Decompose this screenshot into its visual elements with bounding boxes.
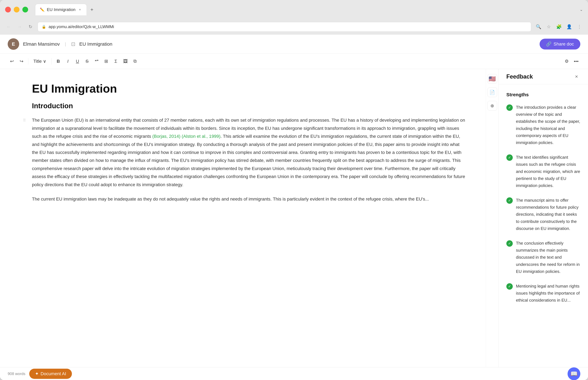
feedback-panel: Feedback × Strengths ✓ The introduction …	[499, 69, 588, 367]
bold-button[interactable]: B	[54, 57, 62, 65]
share-icon: 🔗	[546, 41, 551, 47]
zoom-icon[interactable]: 🔍	[535, 23, 542, 30]
feedback-text-1: The introduction provides a clear overvi…	[516, 104, 580, 146]
forward-button[interactable]: →	[16, 23, 23, 30]
style-selector[interactable]: Title ∨	[31, 57, 49, 65]
document-heading: EU Immigration	[32, 82, 466, 95]
share-label: Share doc	[553, 41, 574, 47]
word-count: 908 words	[8, 372, 25, 376]
feedback-item-5: ✓ Mentioning legal and human rights issu…	[506, 283, 580, 304]
check-icon-4: ✓	[506, 240, 513, 247]
new-tab-button[interactable]: +	[88, 6, 96, 13]
copy-format-button[interactable]: ⧉	[131, 57, 139, 65]
feedback-close-button[interactable]: ×	[573, 73, 580, 80]
doc-icon: ⊡	[71, 41, 75, 47]
header-doc-title: EU Immigration	[79, 41, 112, 47]
refresh-button[interactable]: ↻	[27, 23, 34, 30]
user-name: Elman Mansimov	[23, 41, 60, 47]
focus-tool[interactable]: ⊕	[487, 101, 497, 111]
minimize-traffic-light[interactable]	[14, 7, 20, 12]
style-label: Title	[33, 59, 42, 64]
feedback-item-3: ✓ The manuscript aims to offer recommend…	[506, 197, 580, 232]
check-icon-1: ✓	[506, 104, 513, 111]
title-bar: ✏️ EU Immigration × + ⌄	[0, 0, 588, 19]
editor-area[interactable]: EU Immigration Introduction ⠿ The Europe…	[0, 69, 486, 367]
document-subheading: Introduction	[32, 102, 466, 110]
feedback-text-4: The conclusion effectively summarizes th…	[516, 240, 580, 275]
menu-icon[interactable]: ⋮	[576, 23, 583, 30]
feedback-text-5: Mentioning legal and human rights issues…	[516, 283, 580, 304]
feedback-text-2: The text identifies significant issues s…	[516, 154, 580, 189]
sparkle-icon: ✦	[35, 371, 39, 376]
toolbar-right: ⚙ •••	[562, 57, 580, 65]
app-container: E Elman Mansimov | ⊡ EU Immigration 🔗 Sh…	[0, 35, 588, 380]
browser-actions: 🔍 ☆ 🧩 👤 ⋮	[535, 23, 583, 30]
drag-handle[interactable]: ⠿	[23, 117, 26, 124]
read-mode-button[interactable]: 📖	[568, 367, 580, 380]
share-doc-button[interactable]: 🔗 Share doc	[540, 39, 580, 50]
editor-sidebar: 🇺🇸 📄 ⊕	[486, 69, 499, 367]
paragraph-1[interactable]: ⠿ The European Union (EU) is an internat…	[32, 116, 466, 189]
undo-button[interactable]: ↩	[8, 57, 16, 65]
bookmark-icon[interactable]: ☆	[545, 23, 552, 30]
paragraph-2[interactable]: The current EU immigration laws may be i…	[32, 195, 466, 203]
paragraph-1-text-after: . This article will examine the evolutio…	[32, 134, 465, 187]
tab-title: EU Immigration	[47, 7, 75, 12]
read-icon: 📖	[570, 370, 578, 377]
table-button[interactable]: ⊞	[102, 57, 110, 65]
fullscreen-traffic-light[interactable]	[22, 7, 28, 12]
feedback-header: Feedback ×	[499, 69, 588, 84]
settings-button[interactable]: ⚙	[562, 57, 571, 65]
address-bar: ← → ↻ 🔒 app.yomu.ai/editor/Qzk-w_LLWMMi …	[0, 19, 588, 35]
feedback-item-2: ✓ The text identifies significant issues…	[506, 154, 580, 189]
toolbar: ↩ ↪ Title ∨ B I U S ❝❞ ⊞ Σ 🖼 ⧉ ⚙ •••	[0, 54, 588, 69]
citation-1: (Borjas, 2014)	[152, 134, 180, 139]
feedback-body: Strengths ✓ The introduction provides a …	[499, 84, 588, 367]
tab-bar: ✏️ EU Immigration × + ⌄	[35, 4, 583, 15]
citation-2: (Alston et al., 1999)	[182, 134, 221, 139]
image-button[interactable]: 🖼	[121, 57, 130, 65]
feedback-title: Feedback	[506, 73, 573, 80]
flag-tool[interactable]: 🇺🇸	[487, 74, 497, 84]
url-bar[interactable]: 🔒 app.yomu.ai/editor/Qzk-w_LLWMMi	[38, 22, 531, 32]
bottom-bar: 908 words ✦ Document AI 📖	[0, 367, 588, 380]
feedback-item-1: ✓ The introduction provides a clear over…	[506, 104, 580, 146]
close-traffic-light[interactable]	[5, 7, 11, 12]
toolbar-separator-1	[28, 58, 28, 64]
main-content: EU Immigration Introduction ⠿ The Europe…	[0, 69, 588, 367]
active-tab[interactable]: ✏️ EU Immigration ×	[35, 4, 87, 15]
strikethrough-button[interactable]: S	[83, 57, 91, 65]
quote-button[interactable]: ❝❞	[93, 57, 101, 65]
traffic-lights	[5, 7, 28, 12]
extensions-icon[interactable]: 🧩	[555, 23, 562, 30]
back-button[interactable]: ←	[5, 23, 12, 30]
italic-button[interactable]: I	[64, 57, 72, 65]
tab-close-button[interactable]: ×	[78, 7, 82, 12]
underline-button[interactable]: U	[73, 57, 82, 65]
document-tool[interactable]: 📄	[487, 88, 497, 97]
doc-ai-label: Document AI	[41, 371, 66, 376]
tab-dropdown[interactable]: ⌄	[580, 7, 583, 12]
check-icon-2: ✓	[506, 154, 513, 161]
redo-button[interactable]: ↪	[17, 57, 26, 65]
lock-icon: 🔒	[42, 25, 46, 29]
header-divider: |	[65, 41, 66, 47]
paragraph-2-text: The current EU immigration laws may be i…	[32, 197, 429, 202]
toolbar-separator-2	[51, 58, 52, 64]
feedback-item-4: ✓ The conclusion effectively summarizes …	[506, 240, 580, 275]
url-text: app.yomu.ai/editor/Qzk-w_LLWMMi	[49, 24, 114, 29]
check-icon-5: ✓	[506, 283, 513, 290]
tab-edit-icon: ✏️	[40, 7, 45, 12]
feedback-section-title: Strengths	[506, 92, 580, 97]
sum-button[interactable]: Σ	[112, 57, 120, 65]
feedback-text-3: The manuscript aims to offer recommendat…	[516, 197, 580, 232]
profile-icon[interactable]: 👤	[566, 23, 573, 30]
app-header: E Elman Mansimov | ⊡ EU Immigration 🔗 Sh…	[0, 35, 588, 54]
avatar: E	[8, 38, 19, 50]
doc-ai-button[interactable]: ✦ Document AI	[29, 369, 72, 379]
more-options-button[interactable]: •••	[572, 57, 580, 65]
style-chevron-icon: ∨	[43, 58, 46, 64]
check-icon-3: ✓	[506, 197, 513, 204]
